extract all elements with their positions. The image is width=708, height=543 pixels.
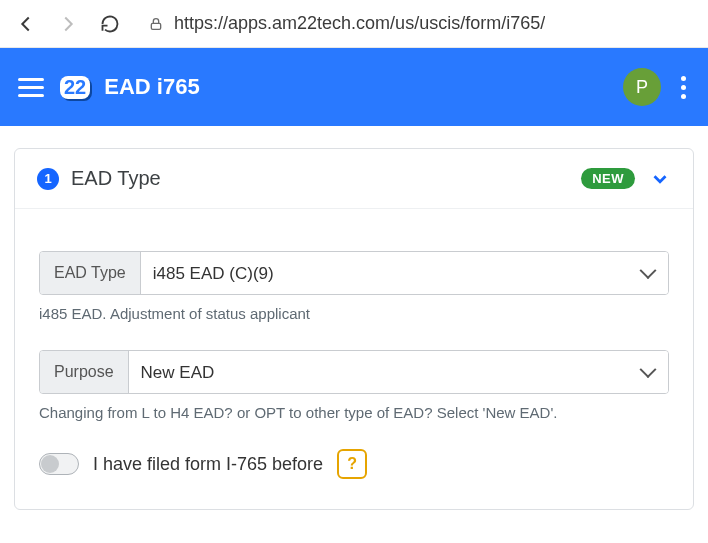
app-header: 22 EAD i765 P — [0, 48, 708, 126]
question-mark-icon: ? — [347, 455, 357, 473]
filed-before-toggle[interactable] — [39, 453, 79, 475]
svg-rect-0 — [151, 23, 160, 29]
card-header[interactable]: 1 EAD Type NEW — [15, 149, 693, 209]
toggle-knob — [41, 455, 59, 473]
back-button[interactable] — [12, 10, 40, 38]
filed-before-label: I have filed form I-765 before — [93, 454, 323, 475]
logo-badge: 22 — [60, 76, 90, 99]
page-content: 1 EAD Type NEW EAD Type i485 EAD (C)(9) — [0, 126, 708, 510]
forward-button — [54, 10, 82, 38]
overflow-menu-icon[interactable] — [677, 72, 690, 103]
reload-button[interactable] — [96, 10, 124, 38]
card-body: EAD Type i485 EAD (C)(9) i485 EAD. Adjus… — [15, 209, 693, 509]
lock-icon — [148, 16, 164, 32]
app-title: EAD i765 — [104, 74, 199, 100]
chevron-down-icon[interactable] — [649, 168, 671, 190]
address-bar[interactable]: https://apps.am22tech.com/us/uscis/form/… — [138, 7, 696, 41]
card-title: EAD Type — [71, 167, 161, 190]
filed-before-row: I have filed form I-765 before ? — [39, 449, 669, 479]
avatar[interactable]: P — [623, 68, 661, 106]
step-number: 1 — [37, 168, 59, 190]
app-logo[interactable]: 22 EAD i765 — [60, 74, 200, 100]
ead-type-helper: i485 EAD. Adjustment of status applicant — [39, 305, 669, 322]
ead-type-label: EAD Type — [40, 252, 141, 294]
purpose-helper: Changing from L to H4 EAD? or OPT to oth… — [39, 404, 669, 421]
help-button[interactable]: ? — [337, 449, 367, 479]
avatar-initial: P — [636, 77, 648, 98]
purpose-select[interactable]: New EAD — [129, 351, 668, 393]
purpose-field: Purpose New EAD — [39, 350, 669, 394]
menu-icon[interactable] — [18, 74, 44, 100]
new-badge: NEW — [581, 168, 635, 189]
ead-type-card: 1 EAD Type NEW EAD Type i485 EAD (C)(9) — [14, 148, 694, 510]
url-text: https://apps.am22tech.com/us/uscis/form/… — [174, 13, 545, 34]
ead-type-field: EAD Type i485 EAD (C)(9) — [39, 251, 669, 295]
ead-type-select[interactable]: i485 EAD (C)(9) — [141, 252, 668, 294]
purpose-label: Purpose — [40, 351, 129, 393]
browser-toolbar: https://apps.am22tech.com/us/uscis/form/… — [0, 0, 708, 48]
